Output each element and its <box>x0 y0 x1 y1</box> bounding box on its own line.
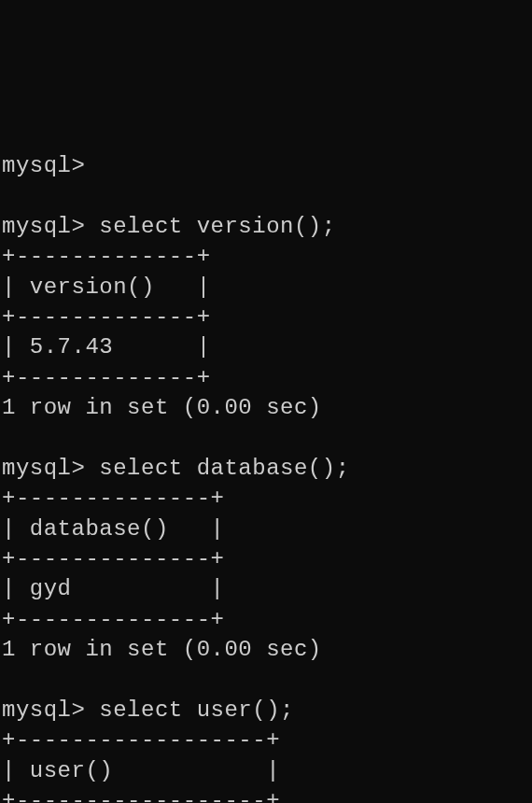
query-block-1: mysql> select database(); +-------------… <box>2 454 530 666</box>
query-block-2: mysql> select user(); +-----------------… <box>2 696 530 803</box>
terminal-output: mysql> mysql> select version(); +-------… <box>0 121 532 803</box>
partial-line: mysql> <box>2 151 530 181</box>
query-block-0: mysql> select version(); +-------------+… <box>2 212 530 424</box>
